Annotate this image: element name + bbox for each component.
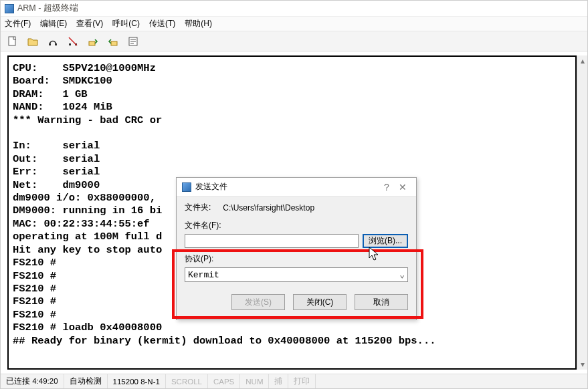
dialog-title: 发送文件	[195, 181, 379, 192]
menu-file[interactable]: 文件(F)	[5, 18, 31, 29]
close-button[interactable]: 关闭(C)	[293, 294, 347, 310]
filename-label: 文件名(F):	[185, 220, 408, 231]
filename-input[interactable]	[185, 234, 359, 248]
new-file-icon[interactable]	[6, 35, 19, 48]
properties-icon[interactable]	[126, 35, 140, 48]
send-file-dialog: 发送文件 ? ✕ 文件夹: C:\Users\farsight\Desktop …	[176, 177, 417, 320]
receive-icon[interactable]	[106, 35, 120, 48]
status-connected: 已连接 4:49:20	[1, 374, 64, 388]
connect-icon[interactable]	[46, 35, 60, 48]
status-capture: 捕	[269, 374, 288, 388]
open-file-icon[interactable]	[26, 35, 39, 48]
status-port: 115200 8-N-1	[108, 374, 166, 388]
protocol-label: 协议(P):	[185, 253, 408, 265]
toolbar	[1, 31, 587, 51]
status-autodetect: 自动检测	[64, 374, 108, 388]
status-bar: 已连接 4:49:20 自动检测 115200 8-N-1 SCROLL CAP…	[1, 374, 587, 388]
svg-rect-6	[89, 41, 95, 45]
svg-rect-3	[69, 43, 71, 45]
protocol-select[interactable]: Kermit ⌄	[185, 267, 408, 282]
dialog-icon	[182, 182, 191, 192]
terminal-area: CPU: S5PV210@1000MHz Board: SMDKC100 DRA…	[1, 51, 587, 374]
cancel-button[interactable]: 取消	[355, 294, 408, 310]
send-button[interactable]: 发送(S)	[231, 294, 285, 310]
svg-rect-7	[111, 41, 117, 45]
protocol-value: Kermit	[188, 270, 219, 280]
status-caps: CAPS	[208, 374, 240, 388]
menu-view[interactable]: 查看(V)	[76, 18, 103, 29]
scrollbar[interactable]: ▴ ▾	[577, 55, 587, 370]
menu-call[interactable]: 呼叫(C)	[112, 18, 140, 29]
svg-rect-0	[9, 37, 15, 45]
app-icon	[5, 4, 14, 13]
main-window: ARM - 超级终端 文件(F) 编辑(E) 查看(V) 呼叫(C) 传送(T)…	[0, 0, 588, 389]
close-icon[interactable]: ✕	[395, 182, 411, 192]
send-icon[interactable]	[86, 35, 100, 48]
window-title: ARM - 超级终端	[17, 3, 78, 14]
help-icon[interactable]: ?	[379, 182, 395, 192]
folder-value: C:\Users\farsight\Desktop	[223, 203, 314, 213]
protocol-row: 协议(P): Kermit ⌄	[185, 253, 408, 282]
status-scroll: SCROLL	[166, 374, 208, 388]
menu-bar: 文件(F) 编辑(E) 查看(V) 呼叫(C) 传送(T) 帮助(H)	[1, 17, 587, 31]
menu-edit[interactable]: 编辑(E)	[40, 18, 67, 29]
menu-transfer[interactable]: 传送(T)	[149, 18, 175, 29]
folder-row: 文件夹: C:\Users\farsight\Desktop	[185, 202, 408, 213]
disconnect-icon[interactable]	[66, 35, 80, 48]
status-print: 打印	[288, 374, 316, 388]
svg-rect-2	[55, 43, 57, 45]
menu-help[interactable]: 帮助(H)	[185, 18, 212, 29]
svg-rect-1	[49, 43, 51, 45]
browse-button[interactable]: 浏览(B)...	[363, 234, 408, 248]
scroll-down-icon[interactable]: ▾	[577, 359, 587, 370]
title-bar: ARM - 超级终端	[1, 1, 587, 17]
scroll-up-icon[interactable]: ▴	[577, 55, 587, 66]
folder-label: 文件夹:	[185, 202, 211, 213]
chevron-down-icon: ⌄	[399, 269, 405, 280]
dialog-title-bar[interactable]: 发送文件 ? ✕	[177, 178, 416, 197]
filename-row: 文件名(F): 浏览(B)...	[185, 220, 408, 248]
status-num: NUM	[240, 374, 269, 388]
